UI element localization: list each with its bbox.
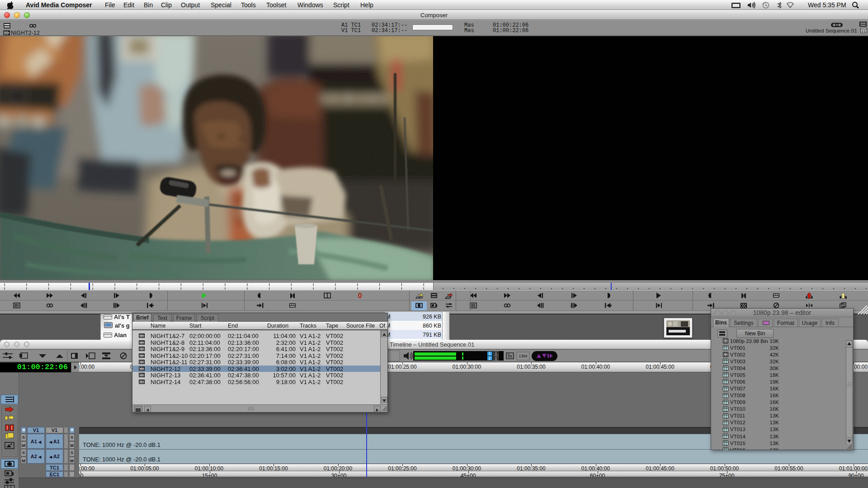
svg-text:0: 0 <box>495 352 497 356</box>
svg-text:1394: 1394 <box>519 354 528 358</box>
svg-text:0: 0 <box>495 356 497 361</box>
svg-text:2: 2 <box>488 356 491 361</box>
svg-text:1: 1 <box>488 352 491 356</box>
